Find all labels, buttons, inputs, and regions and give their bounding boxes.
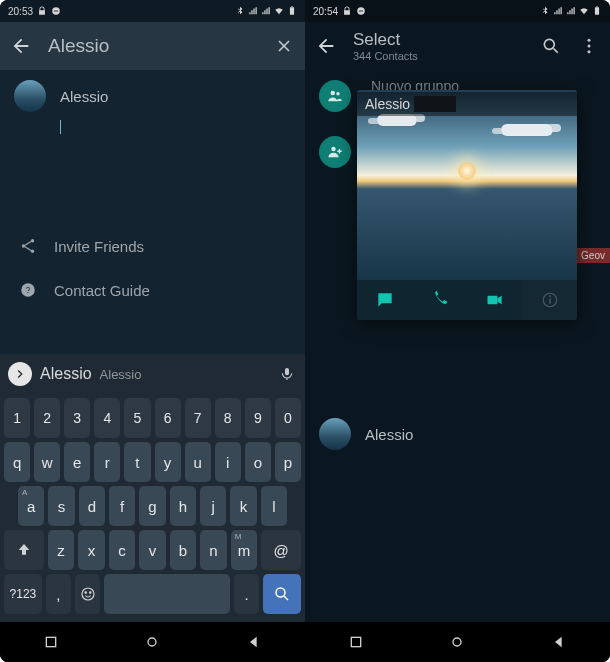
key-2[interactable]: 2 <box>34 398 60 438</box>
suggestion-bar: Alessio Alessio <box>0 354 305 394</box>
key-n[interactable]: n <box>200 530 227 570</box>
key-c[interactable]: c <box>109 530 136 570</box>
suggestion-secondary[interactable]: Alessio <box>100 367 142 382</box>
nav-back[interactable] <box>548 631 570 653</box>
key-1[interactable]: 1 <box>4 398 30 438</box>
search-results: Alessio Invite Friends ? Contact Guide <box>0 70 305 354</box>
svg-rect-18 <box>595 7 599 15</box>
nav-recents[interactable] <box>40 631 62 653</box>
message-button[interactable] <box>357 280 412 320</box>
nav-back[interactable] <box>243 631 265 653</box>
emoji-icon <box>79 585 97 603</box>
emoji-key[interactable] <box>75 574 100 614</box>
left-screenshot: 20:53 Alessio Ales <box>0 0 305 662</box>
nav-recents[interactable] <box>345 631 367 653</box>
key-w[interactable]: w <box>34 442 60 482</box>
key-u[interactable]: u <box>185 442 211 482</box>
key-v[interactable]: v <box>139 530 166 570</box>
invite-friends-row[interactable]: Invite Friends <box>0 224 305 268</box>
contact-guide-label: Contact Guide <box>54 282 150 299</box>
phone-icon <box>430 290 450 310</box>
svg-point-32 <box>453 638 461 646</box>
svg-point-11 <box>85 592 87 594</box>
svg-point-21 <box>588 39 591 42</box>
clear-search-icon[interactable] <box>273 35 295 57</box>
back-icon[interactable] <box>10 35 32 57</box>
search-icon[interactable] <box>540 35 562 57</box>
key-6[interactable]: 6 <box>155 398 181 438</box>
status-bar: 20:54 <box>305 0 610 22</box>
svg-point-15 <box>148 638 156 646</box>
dual-screenshot: 20:53 Alessio Ales <box>0 0 610 662</box>
contact-row[interactable]: Alessio <box>0 70 305 122</box>
shift-key[interactable] <box>4 530 44 570</box>
contact-photo[interactable]: Alessio <box>357 90 577 280</box>
key-0[interactable]: 0 <box>275 398 301 438</box>
mic-icon[interactable] <box>277 364 297 384</box>
info-button[interactable] <box>522 280 577 320</box>
key-f[interactable]: f <box>109 486 135 526</box>
search-key-icon <box>273 585 291 603</box>
period-key[interactable]: . <box>234 574 259 614</box>
svg-point-25 <box>336 92 339 95</box>
wifi-icon <box>579 6 589 16</box>
nav-home[interactable] <box>141 631 163 653</box>
keyboard-row-1: q w e r t y u i o p <box>4 442 301 482</box>
contact-popup: Alessio <box>357 90 577 320</box>
avatar <box>14 80 46 112</box>
key-r[interactable]: r <box>94 442 120 482</box>
search-key[interactable] <box>263 574 301 614</box>
key-o[interactable]: o <box>245 442 271 482</box>
key-q[interactable]: q <box>4 442 30 482</box>
key-a[interactable]: Aa <box>18 486 44 526</box>
key-i[interactable]: i <box>215 442 241 482</box>
expand-suggestions-icon[interactable] <box>8 362 32 386</box>
key-k[interactable]: k <box>230 486 256 526</box>
video-call-button[interactable] <box>467 280 522 320</box>
key-x[interactable]: x <box>78 530 105 570</box>
mode-key[interactable]: ?123 <box>4 574 42 614</box>
key-b[interactable]: b <box>170 530 197 570</box>
key-h[interactable]: h <box>170 486 196 526</box>
call-button[interactable] <box>412 280 467 320</box>
key-g[interactable]: g <box>139 486 165 526</box>
back-icon[interactable] <box>315 35 337 57</box>
contact-guide-row[interactable]: ? Contact Guide <box>0 268 305 312</box>
keyboard-row-3: z x c v b n Mm @ <box>4 530 301 570</box>
soft-keyboard: Alessio Alessio 1 2 3 4 5 6 7 8 9 0 <box>0 354 305 622</box>
group-icon <box>319 80 351 112</box>
nav-home[interactable] <box>446 631 468 653</box>
key-e[interactable]: e <box>64 442 90 482</box>
key-d[interactable]: d <box>79 486 105 526</box>
svg-point-4 <box>31 239 34 242</box>
space-key[interactable] <box>104 574 230 614</box>
search-input[interactable]: Alessio <box>48 35 257 57</box>
svg-point-5 <box>22 245 25 248</box>
signal-icon <box>261 6 271 16</box>
key-7[interactable]: 7 <box>185 398 211 438</box>
popup-contact-name: Alessio <box>365 96 410 112</box>
svg-point-13 <box>276 588 285 597</box>
more-icon[interactable] <box>578 35 600 57</box>
contact-row[interactable]: Alessio <box>305 408 610 460</box>
key-s[interactable]: s <box>48 486 74 526</box>
suggestion-primary[interactable]: Alessio <box>40 365 92 383</box>
key-l[interactable]: l <box>261 486 287 526</box>
key-p[interactable]: p <box>275 442 301 482</box>
key-5[interactable]: 5 <box>124 398 150 438</box>
key-8[interactable]: 8 <box>215 398 241 438</box>
key-3[interactable]: 3 <box>64 398 90 438</box>
comma-key[interactable]: , <box>46 574 71 614</box>
key-z[interactable]: z <box>48 530 75 570</box>
dnd-icon <box>356 6 366 16</box>
contacts-content: Nuovo gruppo Geov Alessio <box>305 70 610 622</box>
key-9[interactable]: 9 <box>245 398 271 438</box>
info-icon <box>541 291 559 309</box>
key-m[interactable]: Mm <box>231 530 258 570</box>
at-key[interactable]: @ <box>261 530 301 570</box>
key-t[interactable]: t <box>124 442 150 482</box>
key-4[interactable]: 4 <box>94 398 120 438</box>
key-y[interactable]: y <box>155 442 181 482</box>
key-j[interactable]: j <box>200 486 226 526</box>
video-icon <box>485 290 505 310</box>
